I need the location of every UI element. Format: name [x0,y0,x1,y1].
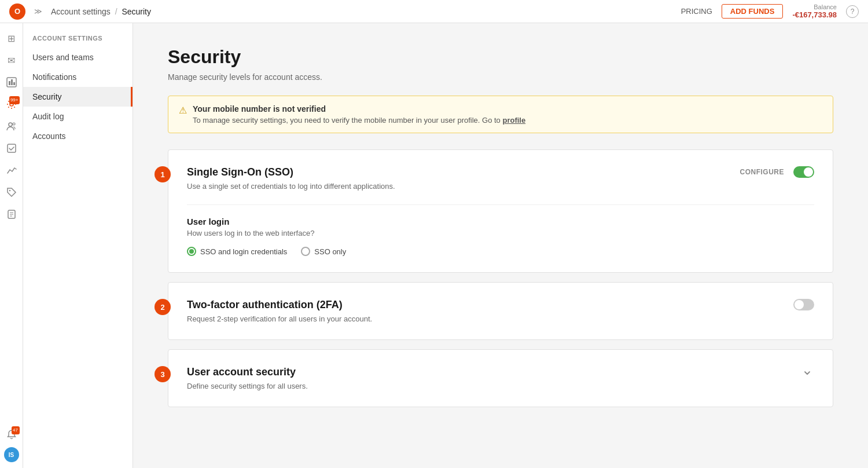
warning-content: Your mobile number is not verified To ma… [193,104,525,125]
balance-block: Balance -€167,733.98 [792,3,837,19]
balance-value: -€167,733.98 [792,10,837,19]
section-number-2: 2 [155,299,171,315]
radio-sso-only[interactable]: SSO only [301,247,346,256]
page-subtitle: Manage security levels for account acces… [168,72,833,82]
user-account-security-chevron[interactable] [800,366,814,382]
svg-rect-7 [8,144,16,152]
svg-point-6 [13,123,15,125]
section-number-3: 3 [155,366,171,382]
svg-point-5 [9,123,12,126]
main-layout: ⊞ ✉ 99+ [0,23,868,468]
analytics-icon [6,165,17,176]
radio-sso-credentials-label: SSO and login credentials [200,247,287,256]
breadcrumb-current: Security [122,7,151,16]
radio-sso-only-label: SSO only [314,247,346,256]
icon-sidebar-bottom: 47 IS [2,425,21,462]
sso-toggle[interactable] [793,166,814,178]
svg-rect-3 [13,82,15,85]
collapse-sidebar-button[interactable]: ≫ [31,5,45,19]
twofa-title: Two-factor authentication (2FA) [187,299,372,311]
sso-text-block: Single Sign-On (SSO) Use a single set of… [187,166,395,191]
svg-point-8 [9,190,10,191]
sso-section-card: 1 Single Sign-On (SSO) Use a single set … [168,149,833,273]
sidebar-icon-messages[interactable]: ✉ [2,51,21,70]
sidebar-icon-dashboard[interactable]: ⊞ [2,29,21,47]
radio-circle-unselected [301,247,310,256]
nav-item-users-teams[interactable]: Users and teams [23,47,133,67]
user-account-security-title: User account security [187,366,308,378]
help-button[interactable]: ? [846,5,859,18]
sidebar-icon-notifications[interactable]: 47 [2,425,21,444]
sidebar-icon-settings[interactable]: 99+ [2,95,21,114]
profile-link[interactable]: profile [502,116,525,125]
svg-rect-1 [9,81,10,85]
chevron-down-icon [803,368,812,378]
radio-sso-and-credentials[interactable]: SSO and login credentials [187,247,287,256]
user-account-security-header: User account security Define security se… [187,366,814,390]
sidebar-icon-tasks[interactable] [2,139,21,158]
sidebar-icon-files[interactable] [2,205,21,224]
twofa-section-inner: Two-factor authentication (2FA) Request … [168,283,833,339]
nav-item-accounts[interactable]: Accounts [23,126,133,146]
sso-toggle-knob [804,167,813,177]
reports-icon [6,77,17,87]
sso-description: Use a single set of credentials to log i… [187,182,395,191]
user-login-section: User login How users log in to the web i… [187,204,814,256]
breadcrumb: Account settings / Security [51,7,151,16]
twofa-text-block: Two-factor authentication (2FA) Request … [187,299,372,323]
twofa-section-card: 2 Two-factor authentication (2FA) Reques… [168,282,833,340]
app-logo[interactable]: O [9,3,25,20]
sso-configure-link[interactable]: CONFIGURE [740,168,785,176]
user-account-security-description: Define security settings for all users. [187,382,308,390]
warning-title: Your mobile number is not verified [193,104,525,114]
breadcrumb-separator: / [115,7,117,16]
svg-rect-2 [11,79,13,85]
topbar: O ≫ Account settings / Security PRICING … [0,0,868,23]
twofa-section-header: Two-factor authentication (2FA) Request … [187,299,814,323]
topbar-left: O ≫ Account settings / Security [9,3,151,20]
sso-section-header: Single Sign-On (SSO) Use a single set of… [187,166,814,191]
sidebar-icon-tags[interactable] [2,183,21,202]
pricing-link[interactable]: PRICING [681,7,712,16]
radio-circle-selected [187,247,196,256]
breadcrumb-parent[interactable]: Account settings [51,7,111,16]
twofa-toggle-knob [795,300,804,309]
section-number-1: 1 [155,166,171,182]
twofa-toggle[interactable] [793,299,814,310]
icon-sidebar: ⊞ ✉ 99+ [0,23,23,468]
user-login-radio-group: SSO and login credentials SSO only [187,247,814,256]
sso-title: Single Sign-On (SSO) [187,166,395,178]
page-title: Security [168,46,833,68]
nav-item-notifications[interactable]: Notifications [23,67,133,87]
add-funds-button[interactable]: ADD FUNDS [722,4,784,19]
sso-controls: CONFIGURE [740,166,815,178]
topbar-right: PRICING ADD FUNDS Balance -€167,733.98 ? [681,3,859,19]
tasks-icon [6,143,17,153]
user-login-desc: How users log in to the web interface? [187,229,814,237]
user-login-title: User login [187,217,814,226]
warning-icon: ⚠ [179,105,187,116]
warning-banner: ⚠ Your mobile number is not verified To … [168,96,833,133]
sidebar-icon-analytics[interactable] [2,161,21,180]
nav-item-security[interactable]: Security [23,87,133,107]
sso-section-inner: Single Sign-On (SSO) Use a single set of… [168,150,833,272]
tags-icon [6,187,17,198]
user-account-security-card: 3 User account security Define security … [168,349,833,407]
sidebar-icon-people[interactable] [2,117,21,136]
nav-sidebar: ACCOUNT SETTINGS Users and teams Notific… [23,23,133,468]
content-area: Security Manage security levels for acco… [133,23,868,468]
notifications-badge: 47 [12,426,20,434]
warning-text: To manage security settings, you need to… [193,116,525,125]
sidebar-icon-reports[interactable] [2,73,21,92]
people-icon [6,121,17,131]
twofa-controls [793,299,814,310]
nav-section-title: ACCOUNT SETTINGS [23,35,133,47]
user-avatar[interactable]: IS [4,447,19,462]
user-account-security-text-block: User account security Define security se… [187,366,308,390]
balance-label: Balance [792,3,837,10]
files-icon [6,209,17,220]
nav-item-audit-log[interactable]: Audit log [23,107,133,126]
user-account-security-inner: User account security Define security se… [168,350,833,407]
settings-badge: 99+ [9,96,20,104]
twofa-description: Request 2-step verification for all user… [187,315,372,323]
